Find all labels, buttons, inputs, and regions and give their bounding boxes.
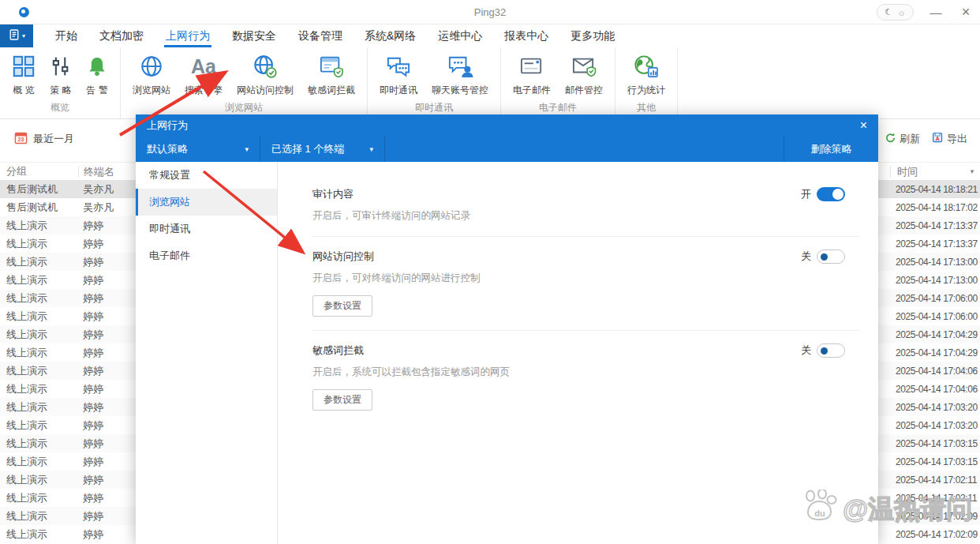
window-close-button[interactable]: × xyxy=(958,4,974,21)
cell-group: 线上演示 xyxy=(0,291,78,306)
cell-time: 2025-04-14 17:13:00 xyxy=(890,275,980,286)
cell-time: 2025-04-14 17:13:37 xyxy=(890,220,980,231)
minimize-button[interactable]: — xyxy=(928,6,944,19)
policy-select[interactable]: 默认策略 ▾ xyxy=(136,136,260,162)
ribbon-item-邮件管控[interactable]: 邮件管控 xyxy=(558,51,610,99)
aa-icon: Aa xyxy=(191,51,216,81)
cell-time: 2025-04-14 18:17:02 xyxy=(890,202,980,213)
ribbon-item-label: 网站访问控制 xyxy=(237,84,294,97)
cell-group: 线上演示 xyxy=(0,437,78,451)
tab-运维中心[interactable]: 运维中心 xyxy=(427,24,493,47)
dialog-title-bar: 上网行为 × xyxy=(136,114,878,136)
cell-group: 售后测试机 xyxy=(0,201,78,215)
cell-group: 线上演示 xyxy=(0,418,78,433)
column-header-group[interactable]: 分组 xyxy=(0,164,78,178)
cell-group: 线上演示 xyxy=(0,473,78,487)
dialog-nav-即时通讯[interactable]: 即时通讯 xyxy=(136,216,277,242)
column-header-time[interactable]: 时间 ▼ xyxy=(890,166,980,178)
tab-上网行为[interactable]: 上网行为 xyxy=(155,24,221,47)
ribbon-item-告警[interactable]: 告 警 xyxy=(79,51,115,99)
toggle-wrap: 关 xyxy=(801,249,845,264)
ribbon-item-策略[interactable]: 策 略 xyxy=(43,51,79,99)
sliders-icon xyxy=(50,51,72,81)
terminal-select[interactable]: 已选择 1 个终端 ▾ xyxy=(260,136,385,162)
ribbon-item-即时通讯[interactable]: 即时通讯 xyxy=(372,51,425,99)
mail-shield-icon xyxy=(570,51,597,81)
dialog-close-button[interactable]: × xyxy=(860,118,867,133)
chevron-down-icon: ▾ xyxy=(245,145,249,153)
ribbon-item-概览[interactable]: 概 览 xyxy=(5,51,43,99)
ribbon-item-浏览网站[interactable]: 浏览网站 xyxy=(125,51,178,99)
cell-time: 2025-04-14 17:04:29 xyxy=(890,347,980,358)
terminal-select-value: 已选择 1 个终端 xyxy=(271,142,344,156)
cell-time: 2025-04-14 17:06:00 xyxy=(890,311,980,322)
tab-设备管理[interactable]: 设备管理 xyxy=(287,24,353,47)
cell-group: 线上演示 xyxy=(0,273,78,287)
tab-bar: 开始文档加密上网行为数据安全设备管理系统&网络运维中心报表中心更多功能 xyxy=(33,24,626,47)
ribbon: 概 览策 略告 警概览浏览网站Aa搜索引擎网站访问控制敏感词拦截浏览网站即时通讯… xyxy=(0,47,980,119)
ribbon-item-网站访问控制[interactable]: 网站访问控制 xyxy=(230,51,301,99)
tab-更多功能[interactable]: 更多功能 xyxy=(559,24,626,47)
app-menu-button[interactable]: ▾ xyxy=(0,24,33,47)
ribbon-item-搜索引擎[interactable]: Aa搜索引擎 xyxy=(178,51,230,99)
ribbon-item-label: 即时通讯 xyxy=(380,84,417,97)
toggle-state-label: 关 xyxy=(801,249,811,264)
cell-time: 2025-04-14 17:02:11 xyxy=(890,493,980,504)
ribbon-item-聊天账号管控[interactable]: 聊天账号管控 xyxy=(425,51,496,99)
toggle-switch[interactable] xyxy=(817,249,845,264)
delete-policy-button[interactable]: 删除策略 xyxy=(784,136,878,162)
app-menu-icon xyxy=(8,28,21,44)
ribbon-item-行为统计[interactable]: 行为统计 xyxy=(620,51,672,99)
cell-time: 2025-04-14 17:03:20 xyxy=(890,402,980,413)
refresh-button[interactable]: 刷新 xyxy=(885,132,920,146)
cell-group: 线上演示 xyxy=(0,237,78,251)
dialog-toolbar: 默认策略 ▾ 已选择 1 个终端 ▾ 删除策略 xyxy=(136,136,878,162)
ribbon-group-label: 概览 xyxy=(5,99,115,118)
ribbon-item-敏感词拦截[interactable]: 敏感词拦截 xyxy=(301,51,362,99)
grid-icon xyxy=(12,51,36,81)
dialog-nav-浏览网站[interactable]: 浏览网站 xyxy=(136,189,277,216)
toggle-switch[interactable] xyxy=(817,187,845,201)
chat-icon xyxy=(386,51,411,81)
ribbon-group-其他: 行为统计其他 xyxy=(615,47,678,118)
tab-开始[interactable]: 开始 xyxy=(44,24,88,47)
tab-报表中心[interactable]: 报表中心 xyxy=(493,24,559,47)
date-range-filter[interactable]: 23 最近一月 xyxy=(14,131,74,147)
chat-user-icon xyxy=(447,51,473,81)
tab-文档加密[interactable]: 文档加密 xyxy=(88,24,155,47)
dialog-nav: 常规设置浏览网站即时通讯电子邮件 xyxy=(136,162,278,544)
ribbon-item-label: 邮件管控 xyxy=(565,84,603,97)
param-settings-button[interactable]: 参数设置 xyxy=(312,389,372,411)
bell-icon xyxy=(86,51,108,81)
column-header-time-label: 时间 xyxy=(897,166,918,178)
section-row-网站访问控制: 网站访问控制关 xyxy=(312,249,859,264)
doc-shield-icon xyxy=(319,51,344,81)
cell-time: 2025-04-14 17:03:20 xyxy=(890,420,980,431)
mail-icon xyxy=(519,51,544,81)
tab-数据安全[interactable]: 数据安全 xyxy=(221,24,287,47)
toggle-wrap: 关 xyxy=(801,343,845,358)
internet-behavior-dialog: 上网行为 × 默认策略 ▾ 已选择 1 个终端 ▾ 删除策略 常规设置浏览网站即… xyxy=(136,114,878,544)
dialog-content: 审计内容开开启后，可审计终端访问的网站记录网站访问控制关开启后，可对终端访问的网… xyxy=(278,162,878,544)
export-button[interactable]: A 导出 xyxy=(932,132,967,146)
calendar-icon: 23 xyxy=(14,131,28,147)
cell-time: 2025-04-14 17:13:37 xyxy=(890,238,980,249)
toggle-knob xyxy=(832,189,843,200)
ribbon-item-电子邮件[interactable]: 电子邮件 xyxy=(506,51,558,99)
toggle-switch[interactable] xyxy=(817,343,845,358)
tab-系统&网络[interactable]: 系统&网络 xyxy=(353,24,427,47)
section-description: 开启后，可审计终端访问的网站记录 xyxy=(312,209,859,223)
svg-text:23: 23 xyxy=(18,137,24,143)
cell-group: 线上演示 xyxy=(0,491,78,505)
ribbon-item-label: 聊天账号管控 xyxy=(432,84,488,97)
param-settings-button[interactable]: 参数设置 xyxy=(312,295,372,317)
cell-group: 线上演示 xyxy=(0,255,78,269)
section-row-审计内容: 审计内容开 xyxy=(312,187,859,201)
dialog-nav-电子邮件[interactable]: 电子邮件 xyxy=(136,242,277,269)
theme-toggle[interactable]: ☾ ☼ xyxy=(877,4,914,21)
dialog-nav-常规设置[interactable]: 常规设置 xyxy=(136,162,277,189)
cell-group: 线上演示 xyxy=(0,400,78,415)
cell-group: 线上演示 xyxy=(0,527,78,542)
globe-check-icon xyxy=(252,51,278,81)
toggle-knob xyxy=(821,253,828,261)
